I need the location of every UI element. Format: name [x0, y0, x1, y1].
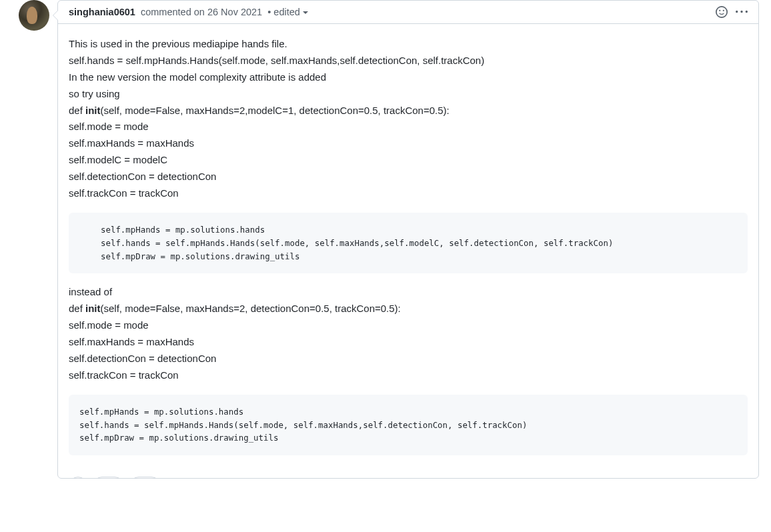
comment-meta: commented on 26 Nov 2021 • edited	[138, 7, 308, 17]
avatar[interactable]	[19, 0, 49, 31]
body-line: def init(self, mode=False, maxHands=2,mo…	[69, 103, 748, 119]
speech-caret	[53, 10, 58, 21]
kebab-menu-button[interactable]	[736, 6, 748, 18]
author-link[interactable]: singhania0601	[69, 7, 135, 17]
code-block: self.mpHands = mp.solutions.hands self.h…	[69, 213, 748, 274]
body-line: so try using	[69, 86, 748, 103]
body-line: self.mode = mode	[69, 119, 748, 135]
add-reaction-button[interactable]	[716, 6, 728, 18]
code-block: self.mpHands = mp.solutions.hands self.h…	[69, 395, 748, 456]
comment-action: commented	[141, 7, 191, 17]
comment-body: This is used in the previous mediapipe h…	[58, 28, 758, 471]
smiley-icon	[716, 6, 728, 18]
body-line: This is used in the previous mediapipe h…	[69, 36, 748, 53]
body-line: self.maxHands = maxHands	[69, 334, 748, 351]
body-line: In the new version the model complexity …	[69, 69, 748, 86]
reactions-bar: 👍 4 🎉 2	[58, 474, 758, 478]
reaction-hooray[interactable]: 🎉 2	[129, 477, 161, 478]
body-line: self.hands = self.mpHands.Hands(self.mod…	[69, 53, 748, 69]
comment-header: singhania0601 commented on 26 Nov 2021 •…	[58, 1, 758, 23]
add-reaction-pill[interactable]	[69, 477, 87, 478]
chevron-down-icon	[303, 11, 308, 14]
body-line: self.modelC = modelC	[69, 152, 748, 169]
reaction-thumbs-up[interactable]: 👍 4	[93, 477, 124, 478]
edited-indicator[interactable]: edited	[273, 7, 308, 17]
comment-container: singhania0601 commented on 26 Nov 2021 •…	[57, 0, 759, 479]
body-line: def init(self, mode=False, maxHands=2, d…	[69, 301, 748, 317]
body-line: self.trackCon = trackCon	[69, 367, 748, 384]
header-divider	[58, 23, 758, 24]
timestamp[interactable]: on 26 Nov 2021	[194, 7, 262, 17]
body-line: self.detectionCon = detectionCon	[69, 169, 748, 185]
body-line: instead of	[69, 284, 748, 301]
body-line: self.trackCon = trackCon	[69, 185, 748, 202]
body-line: self.maxHands = maxHands	[69, 135, 748, 152]
body-line: self.detectionCon = detectionCon	[69, 351, 748, 367]
body-line: self.mode = mode	[69, 317, 748, 334]
kebab-icon	[736, 6, 748, 18]
